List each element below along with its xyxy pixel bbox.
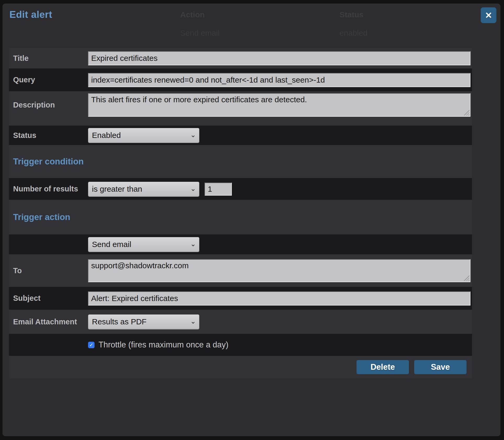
status-select-value: Enabled [92,131,121,140]
close-icon: ✕ [485,10,492,20]
action-row: Send email ⌄ [9,234,472,254]
subject-row: Subject [9,287,472,310]
chevron-down-icon: ⌄ [190,131,196,138]
description-textarea[interactable]: This alert fires if one or more expired … [88,93,470,117]
attachment-select[interactable]: Results as PDF ⌄ [88,314,199,329]
to-textarea[interactable]: support@shadowtrackr.com [88,259,470,282]
to-label: To [9,266,88,275]
throttle-checkbox-label: Throttle (fires maximum once a day) [98,340,228,350]
trigger-action-section: Trigger action [9,200,472,234]
number-of-results-label: Number of results [9,185,88,193]
subject-label: Subject [9,294,88,303]
status-label: Status [9,131,88,140]
trigger-action-heading: Trigger action [13,212,70,222]
action-select-value: Send email [92,240,131,249]
throttle-checkbox[interactable]: ✓ [88,342,95,348]
description-row: Description This alert fires if one or m… [9,91,472,119]
email-attachment-row: Email Attachment Results as PDF ⌄ [9,310,472,334]
number-of-results-row: Number of results is greater than ⌄ [9,178,472,200]
save-button[interactable]: Save [414,360,467,374]
title-input[interactable] [88,51,470,65]
close-button[interactable]: ✕ [481,7,496,23]
query-label: Query [9,76,88,84]
edit-alert-dialog: Action Status Send email enabled Edit al… [3,4,500,436]
threshold-input[interactable] [205,183,232,196]
title-label: Title [9,54,88,63]
background-table-header-status: Status [339,10,364,20]
status-row: Status Enabled ⌄ [9,126,472,145]
edit-alert-form: Title Query Description This alert fires… [9,48,472,378]
attachment-select-value: Results as PDF [92,317,146,326]
button-row: Delete Save [9,356,472,378]
email-attachment-label: Email Attachment [9,318,88,326]
throttle-row: ✓ Throttle (fires maximum once a day) [9,334,472,356]
subject-input[interactable] [88,291,470,305]
query-row: Query [9,68,472,91]
spacer [9,119,472,126]
status-select[interactable]: Enabled ⌄ [88,128,199,143]
chevron-down-icon: ⌄ [190,185,196,192]
trigger-condition-heading: Trigger condition [13,157,84,167]
delete-button[interactable]: Delete [357,360,409,374]
operator-select-value: is greater than [92,185,142,194]
title-row: Title [9,48,472,68]
description-label: Description [9,101,88,109]
background-table-value-action: Send email [180,28,220,38]
query-input[interactable] [88,73,470,87]
background-table-header-action: Action [180,10,205,20]
dialog-title: Edit alert [9,9,52,20]
background-table-value-status: enabled [339,28,368,38]
operator-select[interactable]: is greater than ⌄ [88,182,199,196]
action-select[interactable]: Send email ⌄ [88,237,199,252]
chevron-down-icon: ⌄ [190,318,196,325]
to-row: To support@shadowtrackr.com [9,254,472,287]
chevron-down-icon: ⌄ [190,240,196,247]
trigger-condition-section: Trigger condition [9,145,472,178]
checkmark-icon: ✓ [89,342,94,348]
